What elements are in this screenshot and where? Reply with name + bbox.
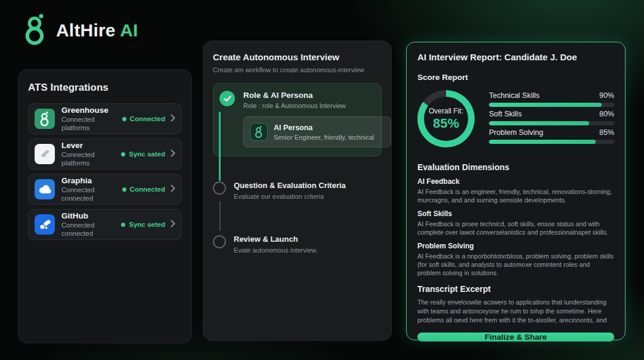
status-badge: Sync sated bbox=[121, 150, 165, 158]
bar-value: 80% bbox=[599, 110, 614, 118]
dimension-body: AI Feedback is proee technicd, soft skil… bbox=[417, 220, 614, 236]
workflow-subtitle: Create am workflow to create autonomous-… bbox=[213, 66, 382, 73]
greenhouse-icon bbox=[35, 109, 55, 129]
brand-header: AltHire AI bbox=[23, 13, 138, 48]
ai-persona-icon bbox=[250, 123, 268, 141]
integration-subtitle: Connected platforms bbox=[61, 115, 122, 132]
transcript-excerpt-heading: Transcript Excerpt bbox=[417, 284, 614, 294]
step-connector-complete bbox=[219, 112, 221, 181]
bar-label: Technical Skills bbox=[489, 91, 540, 100]
dimension-title: Soft Skills bbox=[417, 210, 614, 218]
score-bar-technical-skills: Technical Skills 90% bbox=[489, 91, 614, 107]
overall-fit-label: Overall Fit: bbox=[429, 107, 463, 115]
ats-item-greenhouse[interactable]: Greenhouse Connected platforms Connected bbox=[28, 103, 182, 134]
score-report-heading: Score Report bbox=[417, 73, 614, 82]
score-report: Overall Fit: 85% Technical Skills 90% So… bbox=[417, 90, 614, 147]
ats-item-lever[interactable]: Lever Connected platforms Sync sated bbox=[28, 139, 182, 170]
bar-value: 90% bbox=[599, 91, 614, 100]
transcript-body: The really enveloowite acswers to applic… bbox=[417, 298, 614, 325]
workflow-title: Create Autonomous Interview bbox=[213, 52, 382, 62]
status-badge: Connected bbox=[122, 115, 165, 122]
persona-title: AI Persona bbox=[274, 124, 374, 132]
step-title: Review & Launch bbox=[234, 235, 318, 244]
interview-report-panel: AI Interview Report: Candidate J. Doe Sc… bbox=[406, 42, 626, 340]
brand-name: AltHire AI bbox=[56, 20, 138, 41]
status-dot-icon bbox=[122, 187, 126, 192]
step-review-launch[interactable]: Review & Launch Evate autonomous intervi… bbox=[213, 235, 318, 254]
ats-item-graphia[interactable]: Graphia Connected connected Connected bbox=[28, 174, 182, 205]
step-subtitle: Role : role & Autonomous Interview bbox=[243, 102, 374, 109]
finalize-share-button[interactable]: Finalize & Share bbox=[417, 333, 614, 341]
bar-value: 85% bbox=[599, 128, 614, 137]
step-circle-icon bbox=[213, 181, 226, 195]
graphia-icon bbox=[35, 179, 55, 199]
report-title: AI Interview Report: Candidate J. Doe bbox=[417, 52, 614, 62]
status-dot-icon bbox=[122, 117, 126, 121]
ats-integrations-panel: ATS Integrations Greenhouse Connected pl… bbox=[18, 69, 192, 343]
integration-name: GitHub bbox=[61, 211, 121, 221]
overall-fit-value: 85% bbox=[433, 116, 459, 131]
score-bar-problem-solving: Problem Solving 85% bbox=[489, 128, 614, 144]
dimension-body: AI Feedback is an engineer, friendly, te… bbox=[417, 187, 614, 204]
status-badge: Sync seted bbox=[121, 221, 165, 228]
dimension-title: AI Feedback bbox=[417, 177, 614, 186]
step-title: Question & Evaluation Criteria bbox=[234, 181, 346, 190]
althire-logo-icon bbox=[23, 13, 48, 48]
step-connector-pending bbox=[219, 201, 221, 231]
persona-subtitle: Senior Engineer, friendly, technical bbox=[274, 134, 374, 141]
integration-name: Lever bbox=[61, 141, 121, 150]
chevron-right-icon[interactable] bbox=[171, 219, 175, 230]
integration-name: Greenhouse bbox=[61, 106, 122, 115]
step-subtitle: Evaluate our evaluation criteria bbox=[234, 193, 346, 200]
step-subtitle: Evate autonomous interview. bbox=[234, 247, 318, 254]
integration-subtitle: Connected platforms bbox=[61, 150, 121, 167]
github-icon bbox=[35, 214, 55, 235]
bar-label: Problem Solving bbox=[489, 128, 543, 137]
status-badge: Connected bbox=[122, 186, 165, 193]
chevron-right-icon[interactable] bbox=[171, 113, 175, 124]
ats-item-github[interactable]: GitHub Connected connected Sync seted bbox=[28, 209, 182, 240]
integration-subtitle: Connected connected bbox=[61, 186, 122, 202]
lever-icon bbox=[35, 144, 55, 164]
integration-name: Graphia bbox=[61, 176, 122, 186]
check-circle-icon bbox=[219, 91, 235, 106]
evaluation-dimensions-heading: Evaluation Dimensions bbox=[417, 162, 614, 172]
chevron-right-icon[interactable] bbox=[171, 149, 175, 159]
dimension-body: AI Feedback is a nnporbohtotxrblosa, pro… bbox=[417, 252, 614, 277]
step-title: Role & AI Persona bbox=[243, 91, 374, 100]
ats-panel-title: ATS Integrations bbox=[28, 82, 182, 94]
dimension-title: Problem Solving bbox=[417, 242, 614, 250]
step-circle-icon bbox=[213, 235, 226, 248]
bar-label: Soft Skills bbox=[489, 110, 522, 118]
step-role-ai-persona[interactable]: Role & AI Persona Role : role & Autonomo… bbox=[213, 83, 382, 156]
integration-subtitle: Connected connected bbox=[61, 221, 121, 238]
create-interview-panel: Create Autonomous Interview Create am wo… bbox=[203, 41, 392, 341]
status-dot-icon bbox=[121, 223, 125, 227]
overall-fit-donut-chart: Overall Fit: 85% bbox=[417, 90, 475, 147]
score-bars: Technical Skills 90% Soft Skills 80% Pro… bbox=[489, 90, 614, 147]
status-dot-icon bbox=[121, 152, 125, 156]
chevron-right-icon[interactable] bbox=[171, 184, 175, 195]
score-bar-soft-skills: Soft Skills 80% bbox=[489, 110, 614, 125]
ai-persona-card[interactable]: AI Persona Senior Engineer, friendly, te… bbox=[243, 116, 391, 147]
step-question-evaluation[interactable]: Question & Evaluation Criteria Evaluate … bbox=[213, 181, 346, 200]
